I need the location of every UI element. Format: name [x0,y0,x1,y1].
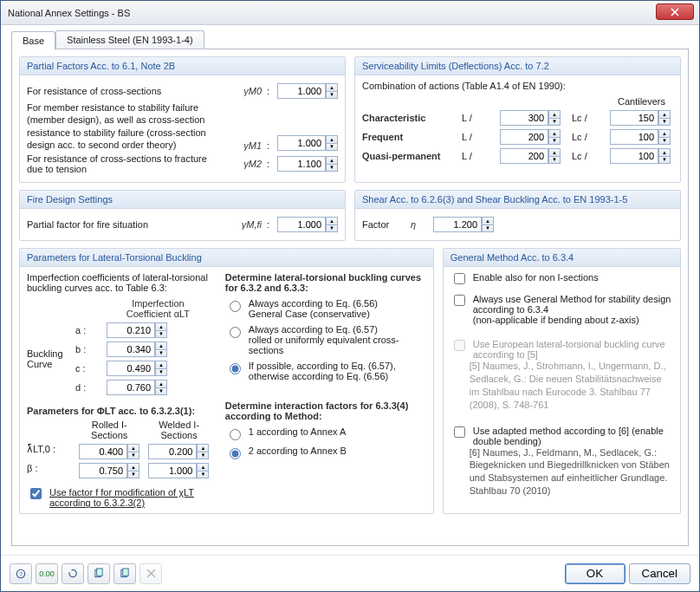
input-beta-welded[interactable]: ▲▼ [148,463,209,478]
spin-up[interactable]: ▲ [548,110,561,118]
symbol-eta: η [411,219,428,230]
spin-down[interactable]: ▼ [197,471,209,478]
template-button-1[interactable] [88,563,110,584]
input-alpha-d[interactable]: ▲▼ [107,380,210,395]
spin-down[interactable]: ▼ [127,471,139,478]
radio-eq657[interactable] [230,327,241,338]
template-button-2[interactable] [113,563,136,584]
spin-down[interactable]: ▼ [155,330,167,338]
spin-up[interactable]: ▲ [548,148,561,156]
group-general-method: General Method Acc. to 6.3.4 Enable also… [443,248,681,514]
input-alpha-b[interactable]: ▲▼ [107,342,210,357]
spin-down[interactable]: ▼ [155,349,167,357]
spin-up[interactable]: ▲ [197,463,209,471]
input-beta-rolled[interactable]: ▲▼ [79,463,139,478]
input-char-l[interactable]: ▲▼ [500,110,563,126]
note-ref6: [6] Naumes, J., Feldmann, M., Sedlacek, … [470,446,673,498]
input-lambda-welded[interactable]: ▲▼ [148,444,209,459]
radio-eq656[interactable] [230,301,241,312]
input-quasi-l[interactable]: ▲▼ [500,148,563,164]
spin-up[interactable]: ▲ [197,444,209,452]
cancel-button[interactable]: Cancel [629,563,691,584]
label-use-f: Use factor f for modification of χLT acc… [49,487,210,508]
spin-up[interactable]: ▲ [326,156,338,164]
symbol-gm0: γM0 [227,86,262,96]
spin-up[interactable]: ▲ [326,83,338,91]
input-alpha-a[interactable]: ▲▼ [107,322,210,338]
svg-rect-3 [97,569,102,576]
spin-down[interactable]: ▼ [658,156,671,164]
checkbox-non-i[interactable] [454,273,465,284]
spin-up[interactable]: ▲ [548,129,561,137]
input-alpha-c[interactable]: ▲▼ [107,361,210,376]
tab-stainless[interactable]: Stainless Steel (EN 1993-1-4) [55,30,204,49]
close-button[interactable] [656,3,694,20]
button-bar: ? 0.00 OK Cancel [1,555,699,591]
input-lambda-rolled[interactable]: ▲▼ [79,444,139,459]
input-eta[interactable]: ▲▼ [433,217,494,232]
spin-down[interactable]: ▼ [658,137,671,145]
spin-up[interactable]: ▲ [658,148,671,156]
radio-annex-a[interactable] [230,429,241,440]
tab-page: Partial Factors Acc. to 6.1, Note 2B For… [11,49,689,546]
label-phi-title: Parameters for ΦLT acc. to 6.3.2.3(1): [27,406,210,416]
checkbox-always-gm[interactable] [454,295,465,306]
spin-down[interactable]: ▼ [548,118,561,126]
note-ref5: [5] Naumes, J., Strohmann, I., Ungermann… [470,360,673,411]
spin-up[interactable]: ▲ [127,444,139,452]
ok-button[interactable]: OK [565,563,625,584]
radio-label: Always according to Eq. (6.57)rolled or … [249,324,426,355]
spin-up[interactable]: ▲ [155,342,167,349]
input-gm0[interactable]: ▲▼ [277,83,338,99]
spin-up[interactable]: ▲ [127,463,139,471]
spin-up[interactable]: ▲ [482,217,494,224]
label-Lc: Lc / [572,151,601,161]
spin-down[interactable]: ▼ [197,452,209,459]
spin-up[interactable]: ▲ [326,217,338,224]
input-freq-lc[interactable]: ▲▼ [610,129,673,145]
refresh-button[interactable] [62,563,84,584]
spin-down[interactable]: ▼ [548,137,561,145]
input-char-lc[interactable]: ▲▼ [610,110,673,126]
radio-if-possible[interactable] [230,363,241,374]
input-gm1[interactable]: ▲▼ [277,135,338,151]
spin-down[interactable]: ▼ [155,368,167,376]
label-beta: β : [27,463,70,478]
spin-down[interactable]: ▼ [548,156,561,164]
spin-down[interactable]: ▼ [326,91,338,99]
spin-down[interactable]: ▼ [482,224,494,232]
symbol-gm1: γM1 [227,140,262,151]
checkbox-use-f[interactable] [30,488,42,499]
spin-up[interactable]: ▲ [155,322,167,330]
symbol-gm2: γM2 [227,159,262,169]
input-quasi-lc[interactable]: ▲▼ [610,148,673,164]
label-determine-curves: Determine lateral-torsional buckling cur… [225,272,426,293]
label: Combination of actions (Table A1.4 of EN… [362,81,673,91]
input-gm2[interactable]: ▲▼ [277,156,338,172]
spin-down[interactable]: ▼ [326,224,338,232]
units-button[interactable]: 0.00 [36,563,58,584]
help-button[interactable]: ? [10,563,32,584]
spin-up[interactable]: ▲ [155,380,167,387]
spin-down[interactable]: ▼ [326,164,338,172]
header-rolled: Rolled I-Sections [79,420,139,440]
spin-up[interactable]: ▲ [658,110,671,118]
row-quasi: Quasi-permanent [362,151,453,161]
checkbox-adapted[interactable] [454,426,465,438]
radio-annex-b[interactable] [230,448,241,459]
spin-up[interactable]: ▲ [658,129,671,137]
dialog-window: National Annex Settings - BS Base Stainl… [0,0,700,592]
delete-button [139,563,162,584]
input-freq-l[interactable]: ▲▼ [500,129,563,145]
tab-base[interactable]: Base [11,31,55,50]
spin-down[interactable]: ▼ [127,452,139,459]
tabstrip: Base Stainless Steel (EN 1993-1-4) [11,30,689,49]
spin-up[interactable]: ▲ [155,361,167,368]
close-icon [671,8,679,16]
spin-down[interactable]: ▼ [658,118,671,126]
spin-down[interactable]: ▼ [326,143,338,151]
input-gmfi[interactable]: ▲▼ [277,217,338,232]
spin-down[interactable]: ▼ [155,387,167,395]
spin-up[interactable]: ▲ [326,135,338,143]
label-interaction-title: Determine interaction factors for 6.3.3(… [225,400,426,421]
